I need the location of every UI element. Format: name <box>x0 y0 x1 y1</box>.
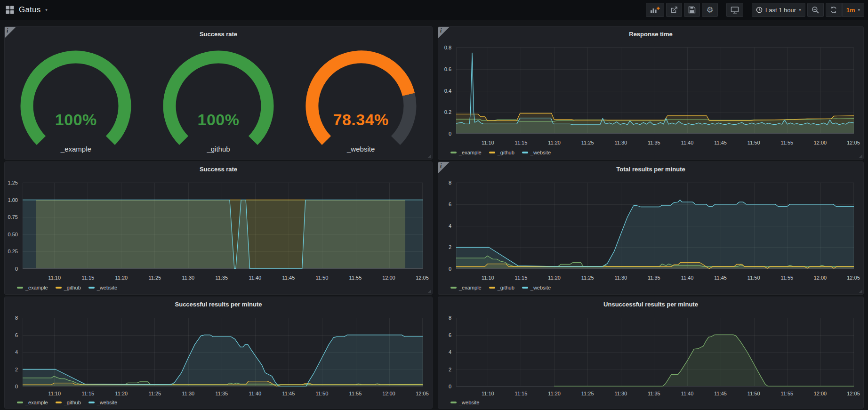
legend-item-github[interactable]: _github <box>489 150 514 155</box>
x-tick-label: 11:20 <box>548 140 561 145</box>
y-tick-label: 0.25 <box>8 249 18 254</box>
legend-item-website[interactable]: _website <box>88 400 117 405</box>
dashboard-grid-icon[interactable] <box>6 6 14 14</box>
panel-title[interactable]: Unsuccessful results per minute <box>438 301 863 308</box>
legend: _example_github_website <box>450 285 551 290</box>
gear-icon: ⚙ <box>706 6 713 14</box>
x-tick-label: 11:50 <box>747 140 760 145</box>
info-icon: i <box>7 27 8 34</box>
y-tick-label: 0 <box>449 384 451 389</box>
legend-color-dash <box>522 152 528 153</box>
legend-item-github[interactable]: _github <box>56 285 81 290</box>
plot-area[interactable] <box>23 318 423 386</box>
zoom-out-button[interactable] <box>807 3 824 17</box>
legend-color-dash <box>88 287 95 289</box>
add-panel-button[interactable] <box>646 3 664 17</box>
panel-title[interactable]: Successful results per minute <box>5 301 432 308</box>
y-tick-label: 2 <box>449 367 451 372</box>
time-range-label: Last 1 hour <box>765 7 796 14</box>
tv-mode-button[interactable] <box>726 3 743 17</box>
panel-title[interactable]: Success rate <box>5 31 432 38</box>
x-tick-label: 11:15 <box>81 391 94 396</box>
unsuccessful-results-chart: 02468 <box>441 318 854 386</box>
legend-item-github[interactable]: _github <box>489 285 514 290</box>
x-tick-label: 11:25 <box>148 275 161 281</box>
panel-total-results: i Total results per minute 02468 11:1011… <box>438 161 864 295</box>
x-tick-label: 11:55 <box>780 140 793 145</box>
legend-color-dash <box>88 402 95 403</box>
plot-area[interactable] <box>23 183 423 269</box>
panel-resize-handle[interactable] <box>859 154 862 158</box>
x-axis: 11:1011:1511:2011:2511:3011:3511:4011:45… <box>23 391 422 397</box>
legend: _website <box>450 400 479 405</box>
legend-item-example[interactable]: _example <box>450 150 482 155</box>
legend-item-website[interactable]: _website <box>522 285 551 290</box>
legend-item-example[interactable]: _example <box>450 285 482 290</box>
panel-title[interactable]: Response time <box>438 31 863 38</box>
x-tick-label: 11:10 <box>48 275 61 281</box>
legend: _example_github_website <box>17 400 117 405</box>
x-tick-label: 11:50 <box>747 391 760 396</box>
x-tick-label: 11:15 <box>81 275 94 281</box>
time-range-button[interactable]: Last 1 hour ▾ <box>752 3 805 17</box>
panel-resize-handle[interactable] <box>427 154 431 158</box>
x-axis: 11:1011:1511:2011:2511:3011:3511:4011:45… <box>457 140 853 146</box>
y-tick-label: 0.6 <box>444 66 451 72</box>
save-button[interactable] <box>684 3 700 17</box>
y-tick-label: 4 <box>449 223 451 229</box>
panel-unsuccessful-results: Unsuccessful results per minute 02468 11… <box>438 297 864 409</box>
dashboard-grid: i Success rate 100% _example 100% _githu… <box>0 20 868 409</box>
x-axis: 11:1011:1511:2011:2511:3011:3511:4011:45… <box>457 391 853 397</box>
legend-item-website[interactable]: _website <box>88 285 117 290</box>
x-tick-label: 11:35 <box>648 140 660 145</box>
gauge-github: 100% _github <box>148 41 289 159</box>
x-tick-label: 11:30 <box>614 391 627 396</box>
panel-info-corner[interactable]: i <box>438 27 450 38</box>
plot-area[interactable] <box>456 318 854 386</box>
total-results-chart: 02468 <box>441 183 854 269</box>
dashboard-title[interactable]: Gatus <box>19 5 40 15</box>
panel-title[interactable]: Total results per minute <box>438 166 863 173</box>
share-button[interactable] <box>666 3 682 17</box>
y-axis-labels: 00.250.500.751.001.25 <box>8 183 20 269</box>
y-tick-label: 0.75 <box>8 214 18 220</box>
refresh-interval-caret-icon: ▾ <box>858 8 860 12</box>
y-tick-label: 4 <box>15 349 18 355</box>
legend-item-github[interactable]: _github <box>56 400 81 405</box>
y-tick-label: 1.25 <box>8 180 18 185</box>
y-tick-label: 0 <box>15 266 18 272</box>
plot-area[interactable] <box>456 183 854 269</box>
panel-resize-handle[interactable] <box>427 289 431 293</box>
legend-color-dash <box>450 402 457 403</box>
legend-color-dash <box>17 402 23 403</box>
legend-label: _website <box>530 150 551 155</box>
x-tick-label: 11:20 <box>115 275 128 281</box>
gauge-label: _github <box>207 145 230 153</box>
plot-area[interactable] <box>456 48 854 134</box>
dashboard-title-caret-icon[interactable]: ▾ <box>45 8 48 12</box>
panel-info-corner[interactable]: i <box>438 162 450 173</box>
legend-label: _website <box>97 400 117 405</box>
settings-button[interactable]: ⚙ <box>702 3 718 17</box>
gauge-row: 100% _example 100% _github 78.34% _websi… <box>5 41 432 159</box>
y-tick-label: 8 <box>449 315 451 321</box>
legend-item-website[interactable]: _website <box>450 400 479 405</box>
refresh-interval-button[interactable]: 1m ▾ <box>842 3 864 17</box>
x-tick-label: 11:25 <box>581 140 594 145</box>
x-tick-label: 11:45 <box>714 275 727 281</box>
refresh-button[interactable] <box>826 3 842 17</box>
y-tick-label: 1.00 <box>8 197 18 203</box>
x-tick-label: 11:15 <box>515 275 528 281</box>
x-tick-label: 11:20 <box>548 275 561 281</box>
legend-label: _example <box>459 285 482 290</box>
panel-info-corner[interactable]: i <box>5 27 16 38</box>
legend-item-example[interactable]: _example <box>17 400 48 405</box>
y-tick-label: 8 <box>15 315 18 321</box>
clock-icon <box>756 7 763 13</box>
legend-item-website[interactable]: _website <box>522 150 551 155</box>
legend-label: _example <box>25 400 48 405</box>
panel-resize-handle[interactable] <box>859 289 862 293</box>
legend-item-example[interactable]: _example <box>17 285 48 290</box>
legend-color-dash <box>450 152 457 153</box>
panel-title[interactable]: Success rate <box>5 166 432 173</box>
